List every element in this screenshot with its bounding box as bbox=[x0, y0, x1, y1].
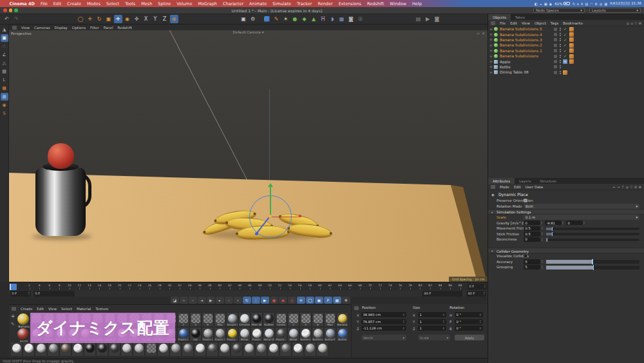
add-cube-button[interactable] bbox=[263, 15, 271, 23]
object-row-apple[interactable]: AppleN bbox=[488, 59, 644, 64]
visibility-checkbox[interactable] bbox=[554, 33, 557, 36]
search-icon[interactable]: ◎ bbox=[627, 21, 629, 25]
visibility-checkbox[interactable] bbox=[554, 65, 557, 68]
add-spline-button[interactable]: ✎ bbox=[272, 15, 281, 23]
goto-end-button[interactable]: » bbox=[234, 297, 242, 304]
panel-icon[interactable]: ⊞ bbox=[639, 185, 641, 189]
slider-stick-friction[interactable] bbox=[546, 233, 639, 235]
object-row-banana-subdivisions-4[interactable]: Banana Subdivisions.4✓ bbox=[488, 32, 644, 37]
number-field[interactable]: 0.5 bbox=[524, 226, 540, 231]
material-thumb[interactable]: Plastic I bbox=[214, 327, 226, 342]
live-selection-tool[interactable]: ◯ bbox=[77, 15, 85, 23]
bluetooth-icon[interactable]: ʙ bbox=[577, 2, 579, 6]
material-thumb[interactable]: Rubber bbox=[263, 312, 275, 327]
add-field-button[interactable]: ▦ bbox=[337, 15, 346, 23]
material-thumb[interactable] bbox=[10, 342, 23, 357]
material-thumb[interactable]: Plastic - bbox=[275, 327, 287, 342]
search-icon[interactable]: ◎ bbox=[626, 185, 629, 189]
material-tag-icon[interactable] bbox=[569, 59, 574, 64]
space-dropdown[interactable]: World▾ bbox=[361, 335, 406, 340]
material-thumb[interactable]: Main Bl bbox=[251, 312, 263, 327]
material-thumb[interactable] bbox=[267, 342, 279, 357]
switcher-icon[interactable]: ▦ bbox=[604, 2, 607, 6]
key-selection-button[interactable]: ❖ bbox=[342, 297, 350, 304]
menu-window[interactable]: Window bbox=[387, 1, 410, 6]
material-thumb[interactable] bbox=[133, 342, 145, 357]
polygon-object-icon[interactable] bbox=[494, 70, 498, 74]
viewport-menu-cameras[interactable]: Cameras bbox=[34, 26, 50, 30]
menu-modes[interactable]: Modes bbox=[84, 1, 103, 6]
menubar-clock[interactable]: 9月12日(日) 21:36 bbox=[610, 1, 641, 6]
scale-tool[interactable]: ▣ bbox=[104, 15, 113, 23]
key-scale-toggle[interactable]: ◯ bbox=[306, 297, 314, 304]
visibility-checkbox[interactable] bbox=[554, 71, 557, 74]
material-thumb[interactable]: 4 bbox=[189, 312, 202, 327]
add-material-button[interactable]: + bbox=[10, 313, 16, 320]
layer-dot-icon[interactable] bbox=[490, 39, 492, 41]
material-thumb[interactable]: Plastic bbox=[251, 327, 263, 342]
visibility-checkbox[interactable] bbox=[554, 44, 557, 47]
object-row-banana-subdivisions-5[interactable]: Banana Subdivisions.5✓ bbox=[488, 26, 644, 32]
material-thumb[interactable] bbox=[96, 342, 108, 357]
coord-field[interactable]: 0 ° bbox=[455, 326, 483, 331]
visibility-checkbox[interactable] bbox=[554, 60, 557, 63]
rotate-tool[interactable]: ↻ bbox=[95, 15, 104, 23]
material-thumb[interactable] bbox=[108, 342, 120, 357]
material-thumb[interactable]: Levels bbox=[275, 312, 287, 327]
material-tag-icon[interactable] bbox=[563, 70, 567, 75]
material-thumb[interactable]: Ink bbox=[189, 327, 202, 342]
material-thumb[interactable] bbox=[23, 342, 35, 357]
add-volume-button[interactable]: ◗ bbox=[328, 15, 337, 23]
stepper[interactable]: ▴ ▾ bbox=[480, 313, 481, 317]
goto-start-button[interactable]: « bbox=[180, 297, 188, 304]
material-thumb[interactable] bbox=[231, 342, 243, 357]
object-mode-tool[interactable]: ▣ bbox=[1, 34, 8, 42]
material-thumb[interactable] bbox=[35, 342, 47, 357]
key-rotation-toggle[interactable]: ▣ bbox=[315, 297, 323, 304]
viewport-menu-view[interactable]: View bbox=[21, 26, 30, 30]
render-play-icon[interactable]: ▶ bbox=[424, 15, 432, 23]
object-row-dining-table-08[interactable]: Dining Table 08 bbox=[488, 70, 644, 75]
menu-simulate[interactable]: Simulate bbox=[270, 1, 294, 6]
timeline-playhead[interactable] bbox=[10, 284, 17, 291]
material-thumb[interactable]: 6 bbox=[312, 312, 324, 327]
stepper[interactable]: ▴ ▾ bbox=[542, 260, 543, 264]
current-frame-field[interactable]: 0 F▴ ▾ bbox=[468, 284, 487, 289]
spotlight-icon[interactable]: ◎ bbox=[600, 2, 602, 6]
visibility-dots[interactable] bbox=[560, 71, 561, 74]
menu-select[interactable]: Select bbox=[104, 1, 122, 6]
viewport-menu-options[interactable]: Options bbox=[72, 26, 86, 30]
keyboard-icon[interactable]: ▤ bbox=[585, 2, 588, 6]
slider-grouping[interactable] bbox=[546, 266, 639, 270]
coord-field[interactable]: 0 ° bbox=[455, 319, 483, 324]
mat-menu-select[interactable]: Select bbox=[61, 307, 72, 311]
layer-dot-icon[interactable] bbox=[490, 61, 492, 63]
material-thumb[interactable]: Banana bbox=[336, 312, 348, 327]
section-arrow-icon[interactable]: ▾ bbox=[491, 211, 493, 214]
apple-object[interactable] bbox=[48, 143, 74, 169]
slider-bounciness[interactable] bbox=[546, 239, 639, 241]
stepper[interactable]: ▴ ▾ bbox=[28, 291, 30, 295]
keyframe-brush-button[interactable]: ◪ bbox=[171, 297, 179, 304]
magnet-snap-tool[interactable]: ◉ bbox=[1, 101, 8, 109]
x-axis-lock[interactable]: X bbox=[142, 15, 150, 23]
visibility-dots[interactable] bbox=[560, 44, 561, 47]
object-row-banana-subdivisions-2[interactable]: Banana Subdivisions.2✓ bbox=[488, 43, 644, 48]
subdivision-icon[interactable] bbox=[494, 54, 498, 58]
om-menu-tags[interactable]: Tags bbox=[551, 21, 558, 25]
close-view-icon[interactable]: ✕ bbox=[482, 31, 485, 35]
material-thumb[interactable]: 6 bbox=[202, 312, 214, 327]
path-icon[interactable]: ⌂ bbox=[631, 21, 633, 25]
stepper[interactable]: ▴ ▾ bbox=[484, 291, 485, 295]
key-param-toggle[interactable]: P bbox=[324, 297, 332, 304]
menu-render[interactable]: Render bbox=[315, 1, 336, 6]
polygon-object-icon[interactable] bbox=[494, 60, 498, 64]
material-thumb[interactable]: Bottle-F bbox=[324, 327, 336, 342]
close-button[interactable] bbox=[3, 8, 7, 12]
visibility-dots[interactable] bbox=[560, 60, 561, 63]
coord-system-toggle[interactable]: ⊕ bbox=[170, 15, 178, 23]
viewport-menu-filter[interactable]: Filter bbox=[90, 26, 99, 30]
menu-extensions[interactable]: Extensions bbox=[336, 1, 364, 6]
gizmo-center-handle[interactable] bbox=[269, 215, 272, 218]
material-thumb[interactable]: Simple t bbox=[226, 312, 238, 327]
